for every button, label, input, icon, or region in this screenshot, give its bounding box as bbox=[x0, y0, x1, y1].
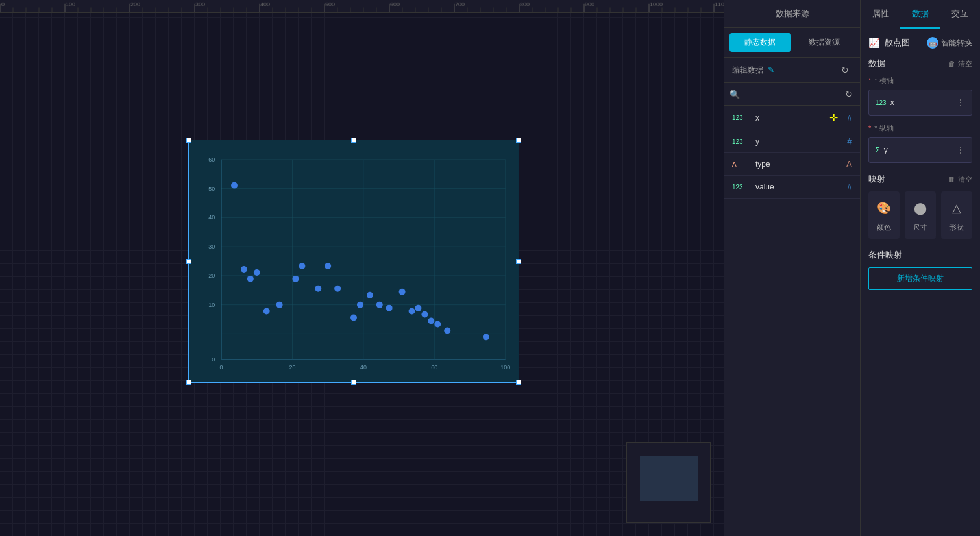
svg-point-41 bbox=[386, 305, 393, 311]
y-axis-section: * * 纵轴 Σ y ⋮ bbox=[868, 123, 972, 163]
data-section-header: 数据 🗑 清空 bbox=[868, 58, 972, 69]
y-field-name: y bbox=[884, 145, 956, 154]
prop-content: 📈 散点图 🤖 智能转换 数据 🗑 清空 bbox=[861, 29, 980, 536]
mapping-label-颜色: 颜色 bbox=[877, 223, 891, 232]
svg-point-36 bbox=[334, 286, 341, 292]
scatter-chart: 60 50 40 30 20 10 0 0 20 40 60 100 bbox=[189, 140, 519, 382]
handle-bl[interactable] bbox=[186, 380, 191, 385]
tab-data[interactable]: 数据 bbox=[900, 0, 940, 29]
data-section-title: 数据 bbox=[868, 58, 948, 69]
y-axis-field-box[interactable]: Σ y ⋮ bbox=[868, 137, 972, 163]
x-field-type-icon: 123 bbox=[876, 99, 887, 106]
field-item-type[interactable]: A type A bbox=[724, 153, 860, 176]
mapping-label-形状: 形状 bbox=[949, 223, 964, 232]
x-axis-field-item: 123 x bbox=[876, 98, 956, 107]
x-axis-field-box[interactable]: 123 x ⋮ bbox=[868, 90, 972, 116]
edit-icon: ✎ bbox=[768, 66, 774, 75]
mapping-item-尺寸[interactable]: ⬤ 尺寸 bbox=[905, 191, 936, 239]
field-type-icon-x: 123 bbox=[732, 114, 750, 121]
x-field-menu-btn[interactable]: ⋮ bbox=[956, 97, 965, 108]
svg-point-40 bbox=[376, 302, 383, 308]
mapping-item-形状[interactable]: △ 形状 bbox=[941, 191, 972, 239]
tab-interact[interactable]: 交互 bbox=[940, 0, 980, 29]
search-input[interactable] bbox=[742, 90, 840, 99]
field-name-value: value bbox=[755, 182, 842, 191]
add-condition-btn[interactable]: 新增条件映射 bbox=[868, 267, 972, 290]
field-action-type: A bbox=[846, 159, 852, 169]
field-item-y[interactable]: 123 y # bbox=[724, 130, 860, 153]
mapping-title: 映射 bbox=[868, 173, 948, 185]
mapping-icon-尺寸: ⬤ bbox=[910, 198, 931, 219]
y-field-type-icon: Σ bbox=[876, 146, 880, 154]
data-source-panel: 数据来源 静态数据 数据资源 编辑数据 ✎ ↻ 🔍 ↻ 12 bbox=[724, 0, 861, 536]
smart-convert[interactable]: 🤖 智能转换 bbox=[927, 37, 972, 49]
svg-point-31 bbox=[276, 302, 283, 308]
drag-icon: ✛ bbox=[829, 112, 838, 124]
smart-convert-icon: 🤖 bbox=[927, 37, 938, 49]
svg-point-37 bbox=[350, 315, 357, 321]
svg-point-49 bbox=[483, 334, 489, 340]
chart-type-icon: 📈 bbox=[868, 38, 879, 48]
svg-point-46 bbox=[428, 318, 434, 324]
x-axis-required: * bbox=[868, 77, 871, 84]
right-panel: 数据来源 静态数据 数据资源 编辑数据 ✎ ↻ 🔍 ↻ 12 bbox=[724, 0, 980, 536]
svg-point-27 bbox=[241, 266, 247, 273]
mapping-item-颜色[interactable]: 🎨 颜色 bbox=[868, 191, 900, 239]
field-item-value[interactable]: 123 value # bbox=[724, 176, 860, 199]
svg-text:100: 100 bbox=[500, 364, 510, 371]
mapping-clear-btn[interactable]: 🗑 清空 bbox=[948, 175, 972, 184]
handle-ml[interactable] bbox=[186, 259, 191, 264]
tab-resource[interactable]: 数据资源 bbox=[794, 33, 855, 52]
data-tabs-row: 静态数据 数据资源 bbox=[724, 28, 860, 58]
svg-text:10: 10 bbox=[208, 302, 215, 308]
svg-point-26 bbox=[231, 182, 238, 189]
x-axis-label: * * 横轴 bbox=[868, 76, 972, 86]
chart-container[interactable]: 60 50 40 30 20 10 0 0 20 40 60 100 bbox=[188, 140, 519, 383]
tab-attr[interactable]: 属性 bbox=[861, 0, 900, 29]
svg-point-35 bbox=[325, 263, 331, 269]
svg-point-44 bbox=[415, 305, 421, 311]
field-action-value: # bbox=[847, 182, 852, 192]
field-list: 123 x ✛ # 123 y # A type A 123 value # bbox=[724, 106, 860, 536]
ruler bbox=[0, 0, 724, 13]
handle-tl[interactable] bbox=[186, 138, 191, 143]
mapping-icon-颜色: 🎨 bbox=[874, 198, 894, 219]
data-source-title: 数据来源 bbox=[776, 8, 809, 18]
svg-text:60: 60 bbox=[431, 364, 437, 371]
data-clear-btn[interactable]: 🗑 清空 bbox=[948, 59, 972, 69]
x-field-name: x bbox=[890, 98, 956, 107]
mapping-section-header: 映射 🗑 清空 bbox=[868, 173, 972, 185]
refresh-btn[interactable]: ↻ bbox=[838, 63, 852, 77]
svg-text:40: 40 bbox=[208, 214, 215, 221]
mapping-clear-icon: 🗑 bbox=[948, 175, 955, 183]
properties-panel: 属性 数据 交互 📈 散点图 🤖 智能转换 数据 bbox=[861, 0, 980, 536]
handle-tc[interactable] bbox=[351, 138, 356, 143]
mapping-row: 🎨 颜色 ⬤ 尺寸 △ 形状 bbox=[868, 191, 972, 239]
svg-text:0: 0 bbox=[220, 364, 223, 371]
svg-text:40: 40 bbox=[360, 364, 367, 371]
data-source-header: 数据来源 bbox=[724, 0, 860, 28]
svg-point-34 bbox=[315, 286, 321, 292]
svg-point-30 bbox=[263, 308, 270, 315]
field-item-x[interactable]: 123 x ✛ # bbox=[724, 106, 860, 130]
chart-title-row: 📈 散点图 🤖 智能转换 bbox=[868, 37, 972, 49]
handle-tr[interactable] bbox=[516, 138, 521, 143]
field-type-icon-y: 123 bbox=[732, 138, 750, 145]
svg-text:60: 60 bbox=[208, 156, 215, 163]
edit-label: 编辑数据 ✎ bbox=[732, 65, 834, 76]
handle-bc[interactable] bbox=[351, 380, 356, 385]
condition-section: 条件映射 新增条件映射 bbox=[868, 249, 972, 290]
y-field-menu-btn[interactable]: ⋮ bbox=[956, 145, 965, 155]
tab-static[interactable]: 静态数据 bbox=[729, 33, 791, 52]
field-name-type: type bbox=[755, 160, 841, 169]
field-action-x: # bbox=[847, 113, 852, 123]
handle-mr[interactable] bbox=[516, 259, 521, 264]
mapping-label-尺寸: 尺寸 bbox=[913, 223, 927, 232]
y-axis-required: * bbox=[868, 124, 871, 132]
field-name-y: y bbox=[755, 137, 842, 146]
search-refresh-btn[interactable]: ↻ bbox=[842, 87, 855, 101]
handle-br[interactable] bbox=[516, 380, 521, 385]
y-axis-label: * * 纵轴 bbox=[868, 123, 972, 133]
canvas-workspace[interactable]: 60 50 40 30 20 10 0 0 20 40 60 100 bbox=[0, 13, 724, 536]
svg-rect-0 bbox=[189, 140, 518, 382]
